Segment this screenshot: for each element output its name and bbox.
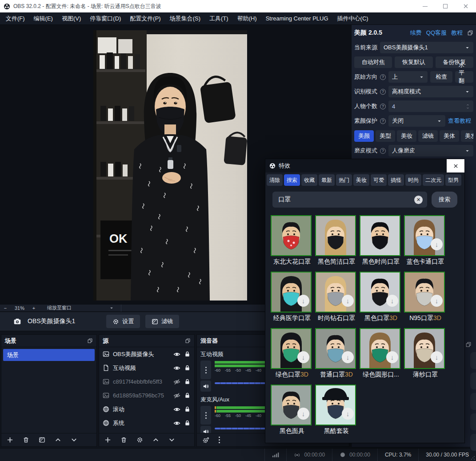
spin-up-icon[interactable] [466,104,470,106]
mute-button[interactable] [200,381,211,392]
effect-card[interactable]: ↓ 黑酷套装 [315,385,360,435]
menu-item[interactable]: Streaming Center PLUG [261,12,333,24]
qq-support-link[interactable]: QQ客服 [426,29,447,37]
effects-category-tab[interactable]: 二次元 [423,174,444,186]
current-source-dropdown[interactable]: OBS美颜摄像头1 [380,42,473,53]
lock-icon[interactable] [184,420,191,426]
menu-item[interactable]: 场景集合(S) [165,12,205,24]
lock-icon[interactable] [184,351,191,357]
effects-category-tab[interactable]: 最新 [319,174,335,186]
recognition-mode-dropdown[interactable]: 高精度模式 [388,86,473,97]
remove-source-button[interactable] [120,437,127,443]
settings-button[interactable]: 设置 [106,315,140,328]
scene-item-selected[interactable]: 场景 [3,349,95,361]
tutorial-link[interactable]: 教程 [451,29,463,37]
beauty-tab[interactable]: 滤镜 [418,130,438,142]
effect-thumbnail[interactable]: ↓ [315,385,356,425]
menu-item[interactable]: 编辑(E) [29,12,57,24]
menu-item[interactable]: 插件中心(C) [333,12,373,24]
beauty-tab[interactable]: 美颜 [354,130,374,142]
help-icon[interactable]: ? [380,89,386,95]
effects-category-tab[interactable]: 热门 [336,174,352,186]
menu-item[interactable]: 帮助(H) [233,12,261,24]
renew-link[interactable]: 续费 [410,29,422,37]
effect-thumbnail[interactable]: ↓ [360,272,400,313]
source-row[interactable]: 系统 [99,416,194,430]
effect-thumbnail[interactable]: ↓ [271,328,312,369]
check-button[interactable]: 检查 [430,71,452,83]
effect-thumbnail[interactable]: ↓ [360,328,400,369]
effect-card[interactable]: ↓ 黑色简洁口罩 [315,215,360,266]
kebab-icon[interactable] [219,437,220,438]
effect-card[interactable]: ↓ 薄纱口罩 [404,328,448,379]
effect-thumbnail[interactable]: ↓ [315,328,356,369]
horizontal-flip-button[interactable]: 水平翻转 [455,71,473,83]
help-icon[interactable]: ? [380,118,386,124]
filters-button[interactable]: 滤镜 [145,315,179,328]
lock-icon[interactable] [184,406,191,413]
effect-card[interactable]: ↓ 东北大花口罩 [271,215,315,266]
popout-icon[interactable] [87,338,93,344]
beauty-tab[interactable]: 美妆 [397,130,416,142]
help-icon[interactable]: ? [380,104,386,109]
close-button[interactable] [456,0,476,12]
effect-card[interactable]: ↓ N95口罩3D [404,272,448,322]
source-row[interactable]: 滚动 [99,402,194,416]
effect-card[interactable]: ↓ 黑色口罩3D [360,272,404,322]
scene-filters-button[interactable] [39,437,45,443]
effects-category-tab[interactable]: 时尚 [405,174,421,186]
effect-thumbnail[interactable]: ↓ [360,215,400,256]
effect-card[interactable]: ↓ 蓝色卡通口罩 [404,215,448,266]
help-icon[interactable]: ? [380,74,386,80]
orientation-dropdown[interactable]: 上 [388,71,428,83]
remove-scene-button[interactable] [23,437,29,443]
move-source-up-button[interactable] [152,437,159,443]
autofocus-button[interactable]: 自动对焦 [354,56,392,68]
menu-item[interactable]: 停靠窗口(D) [85,12,125,24]
channel-menu-button[interactable] [200,361,211,379]
menu-item[interactable]: 视图(V) [57,12,85,24]
source-row[interactable]: 互动视频 [99,361,194,375]
effect-card[interactable]: ↓ 绿色圆形口... [360,328,404,379]
beauty-tab[interactable]: 美发 [461,130,473,142]
bare-face-protect-dropdown[interactable]: 关闭 [388,115,445,127]
add-source-button[interactable] [104,437,111,443]
menu-item[interactable]: 配置文件(P) [125,12,165,24]
effects-category-tab[interactable]: 清除 [267,174,283,186]
effect-card[interactable]: ↓ 经典医学口罩 [271,272,315,322]
eye-off-icon[interactable] [173,392,180,399]
beauty-tab[interactable]: 美型 [376,130,395,142]
mute-button[interactable] [200,426,211,433]
effect-thumbnail[interactable]: ↓ [315,272,356,313]
view-tutorial-link[interactable]: 查看教程 [448,117,471,125]
effects-category-tab[interactable]: 搜索 [284,174,300,186]
help-icon[interactable]: ? [380,148,386,154]
eye-icon[interactable] [173,365,180,372]
lock-icon[interactable] [184,365,191,371]
zoom-out-button[interactable]: − [0,305,11,311]
source-row[interactable]: OBS美颜摄像头 [99,347,194,361]
preview-video[interactable]: OK [93,30,247,301]
move-scene-down-button[interactable] [71,437,77,443]
popup-close-button[interactable] [447,159,464,172]
effects-category-tab[interactable]: 可爱 [371,174,387,186]
popout-icon[interactable] [185,338,191,344]
popout-icon[interactable] [467,30,473,36]
advanced-audio-button[interactable] [202,437,209,444]
spin-down-icon[interactable] [466,107,470,109]
effect-card[interactable]: ↓ 黑色时尚口罩 [360,215,404,266]
lock-icon[interactable] [184,378,191,385]
source-row[interactable]: c8917f4ebbfbfe5ff3 [99,375,194,389]
move-source-down-button[interactable] [168,437,175,443]
search-button[interactable]: 搜索 [432,192,457,208]
add-scene-button[interactable] [7,437,13,443]
source-row[interactable]: 6d18859a5796bc75 [99,389,194,402]
eye-icon[interactable] [173,420,180,427]
effect-thumbnail[interactable]: ↓ [404,215,445,256]
minimize-button[interactable] [415,0,435,12]
effect-card[interactable]: ↓ 普通口罩3D [315,328,360,379]
source-properties-button[interactable] [136,437,143,443]
clear-search-icon[interactable]: ✕ [414,196,423,204]
effect-thumbnail[interactable]: ↓ [404,328,445,369]
channel-menu-button[interactable] [200,406,211,425]
